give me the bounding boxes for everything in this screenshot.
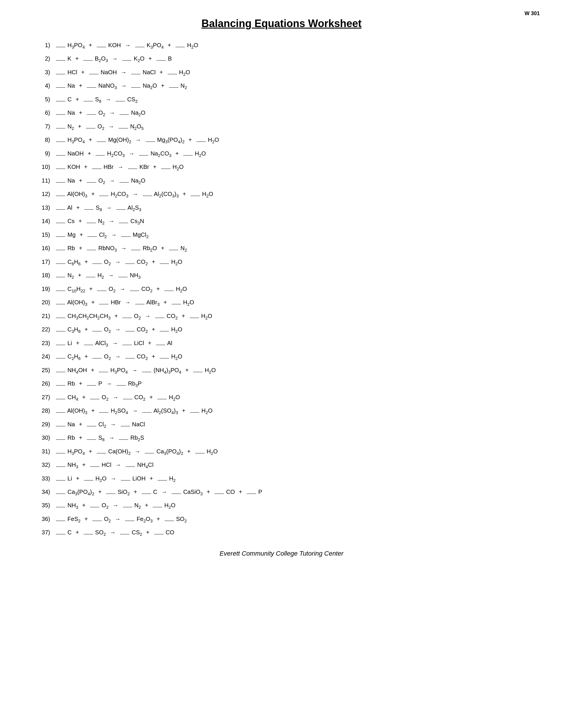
eq-content-12: Al(OH)3 + H2CO3 → Al2(CO3)3 + H2O [55, 189, 528, 199]
blank [116, 209, 126, 210]
eq-num-12: 12) [35, 189, 55, 199]
blank [119, 182, 129, 183]
blank [56, 385, 65, 386]
blank [56, 399, 65, 399]
eq-content-2: K + B2O3 → K2O + B [55, 54, 528, 64]
equation-30: 30) Rb + S8 → Rb2S [35, 433, 528, 443]
blank [97, 453, 106, 453]
blank [84, 534, 93, 534]
blank [56, 223, 65, 223]
blank [145, 453, 154, 453]
equation-32: 32) NH3 + HCl → NH4Cl [35, 460, 528, 470]
eq-content-6: Na + O2 → Na2O [55, 108, 528, 118]
blank [164, 291, 174, 291]
blank [121, 236, 130, 237]
blank [84, 345, 93, 345]
blank [123, 399, 132, 399]
blank [56, 304, 65, 304]
blank [99, 304, 108, 304]
eq-content-8: H3PO4 + Mg(OH)2 → Mg3(PO4)2 + H2O [55, 135, 528, 145]
blank [161, 169, 170, 169]
eq-num-33: 33) [35, 473, 55, 483]
blank [56, 412, 65, 413]
equation-9: 9) NaOH + H2CO3 → Na2CO3 + H2O [35, 149, 528, 159]
blank [139, 155, 148, 156]
blank [99, 196, 108, 196]
blank [156, 345, 165, 345]
blank [122, 318, 132, 318]
eq-content-11: Na + O2 → Na2O [55, 176, 528, 186]
blank [142, 412, 151, 413]
blank [56, 534, 65, 534]
blank [125, 331, 135, 331]
blank [87, 385, 96, 386]
blank [56, 209, 65, 210]
eq-content-13: Al + S8 → Al2S3 [55, 203, 528, 213]
eq-num-15: 15) [35, 230, 55, 240]
blank [87, 236, 97, 237]
blank [56, 291, 65, 291]
eq-num-34: 34) [35, 487, 55, 497]
blank [56, 521, 65, 521]
eq-num-23: 23) [35, 338, 55, 348]
blank [87, 182, 96, 183]
blank [190, 318, 199, 318]
eq-content-16: Rb + RbNO3 → Rb2O + N2 [55, 243, 528, 254]
eq-num-7: 7) [35, 121, 55, 131]
eq-content-26: Rb + P → Rb3P [55, 379, 528, 389]
blank [156, 60, 166, 61]
blank [195, 453, 204, 453]
equation-24: 24) C2H6 + O2 → CO2 + H2O [35, 351, 528, 362]
blank [172, 304, 181, 304]
blank [116, 385, 126, 386]
eq-num-2: 2) [35, 54, 55, 63]
blank [84, 209, 93, 210]
eq-content-31: H3PO4 + Ca(OH)2 → Ca3(PO4)2 + H2O [55, 446, 528, 457]
equation-8: 8) H3PO4 + Mg(OH)2 → Mg3(PO4)2 + H2O [35, 135, 528, 145]
equation-37: 37) C + SO2 → CS2 + CO [35, 527, 528, 538]
eq-content-10: KOH + HBr → KBr + H2O [55, 162, 528, 172]
blank [154, 534, 163, 534]
blank [175, 47, 185, 47]
eq-num-31: 31) [35, 446, 55, 456]
page-title: Balancing Equations Worksheet [35, 17, 528, 30]
blank [56, 318, 65, 318]
eq-num-11: 11) [35, 176, 55, 185]
blank [120, 534, 129, 534]
eq-content-7: N2 + O2 → N2O5 [55, 121, 528, 132]
eq-num-24: 24) [35, 351, 55, 361]
equation-29: 29) Na + Cl2 → NaCl [35, 419, 528, 430]
equation-31: 31) H3PO4 + Ca(OH)2 → Ca3(PO4)2 + H2O [35, 446, 528, 457]
eq-content-9: NaOH + H2CO3 → Na2CO3 + H2O [55, 149, 528, 159]
blank [87, 439, 96, 440]
blank [56, 196, 65, 196]
blank [119, 439, 128, 440]
blank [56, 74, 65, 74]
blank [106, 494, 115, 494]
eq-num-20: 20) [35, 297, 55, 307]
eq-num-10: 10) [35, 162, 55, 172]
eq-content-35: NH3 + O2 → N2 + H2O [55, 500, 528, 511]
equation-19: 19) C10H22 + O2 → CO2 + H2O [35, 284, 528, 294]
blank [172, 494, 181, 494]
equation-4: 4) Na + NaNO3 → Na2O + N2 [35, 81, 528, 91]
eq-num-14: 14) [35, 216, 55, 226]
blank [56, 155, 65, 156]
eq-content-4: Na + NaNO3 → Na2O + N2 [55, 81, 528, 91]
blank [56, 507, 65, 507]
equation-10: 10) KOH + HBr → KBr + H2O [35, 162, 528, 172]
blank [116, 101, 125, 101]
eq-num-36: 36) [35, 514, 55, 524]
blank [84, 101, 93, 101]
equation-7: 7) N2 + O2 → N2O5 [35, 121, 528, 132]
blank [167, 74, 177, 74]
blank [56, 87, 65, 88]
blank [90, 507, 99, 507]
equation-33: 33) Li + H2O → LiOH + H2 [35, 473, 528, 484]
equation-14: 14) Cs + N2 → Cs3N [35, 216, 528, 227]
blank [122, 345, 132, 345]
eq-num-9: 9) [35, 149, 55, 158]
eq-content-15: Mg + Cl2 → MgCl2 [55, 230, 528, 240]
equation-28: 28) Al(OH)3 + H2SO4 → Al2(SO4)3 + H2O [35, 406, 528, 416]
blank [56, 182, 65, 183]
